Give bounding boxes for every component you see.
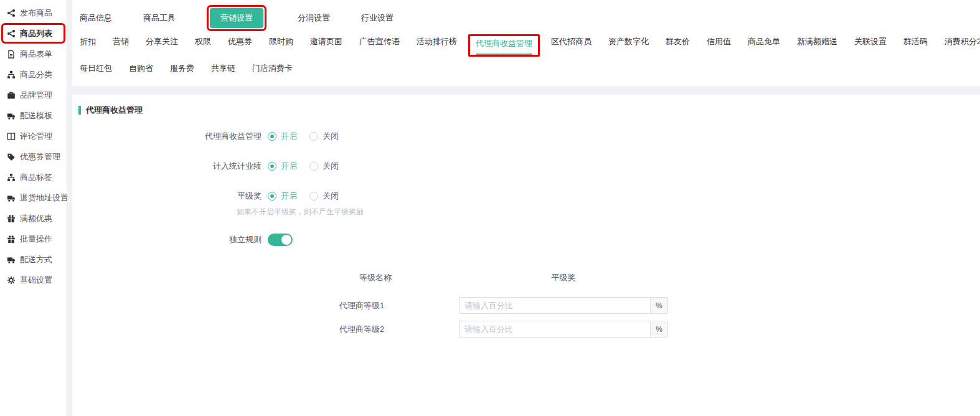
sub-tab[interactable]: 广告宣传语 xyxy=(359,36,400,52)
form-row: 独立规则 xyxy=(78,234,980,246)
primary-tab-bar: 商品信息商品工具营销设置分润设置行业设置 xyxy=(80,7,980,29)
sidebar-item[interactable]: 退货地址设置 xyxy=(0,187,67,208)
radio-option[interactable]: 开启 xyxy=(268,131,297,142)
sub-tab-wrap: 商品免单 xyxy=(748,36,780,52)
sidebar-item[interactable]: 基础设置 xyxy=(0,270,67,290)
sub-tab-wrap: 活动排行榜 xyxy=(417,36,457,52)
sidebar-item[interactable]: 商品列表 xyxy=(1,23,65,44)
column-header-peer-award: 平级奖 xyxy=(459,272,668,283)
primary-tab[interactable]: 分润设置 xyxy=(298,12,330,24)
sub-tab[interactable]: 群友价 xyxy=(666,36,690,52)
sitemap-icon xyxy=(7,70,16,79)
truck-icon xyxy=(7,255,16,264)
sidebar-item-label: 满额优惠 xyxy=(20,213,52,224)
primary-tab-wrap: 营销设置 xyxy=(207,5,266,31)
radio-option[interactable]: 关闭 xyxy=(309,191,339,202)
sub-tab[interactable]: 优惠券 xyxy=(228,36,252,52)
radio-circle-icon xyxy=(268,162,276,171)
gift-icon xyxy=(7,214,16,223)
sidebar-item[interactable]: 品牌管理 xyxy=(0,85,67,105)
sidebar-item[interactable]: 评论管理 xyxy=(0,126,67,146)
sidebar-item-label: 发布商品 xyxy=(20,7,52,19)
sub-tab[interactable]: 分享关注 xyxy=(146,36,178,52)
sub-tab[interactable]: 信用值 xyxy=(707,36,731,52)
sidebar-item[interactable]: 满额优惠 xyxy=(0,208,67,229)
radio-option[interactable]: 关闭 xyxy=(309,161,339,172)
sidebar-item[interactable]: 优惠券管理 xyxy=(0,146,67,167)
radio-option-label: 开启 xyxy=(281,161,297,172)
settings-form: 代理商收益管理开启关闭计入统计业绩开启关闭平级奖开启关闭如果不开启平级奖，则不产… xyxy=(78,131,980,246)
sub-tab[interactable]: 新满额赠送 xyxy=(797,36,837,52)
sub-tab[interactable]: 邀请页面 xyxy=(310,36,342,52)
page-title: 代理商收益管理 xyxy=(86,105,143,116)
percent-suffix: % xyxy=(650,297,668,314)
tabs-card: 商品信息商品工具营销设置分润设置行业设置 折扣营销分享关注权限优惠券限时购邀请页… xyxy=(72,0,980,86)
sidebar-item[interactable]: 配送模板 xyxy=(0,105,67,126)
tertiary-tab-bar: 每日红包自购省服务费共享链门店消费卡 xyxy=(80,63,980,80)
field-label: 独立规则 xyxy=(78,234,268,245)
share-nodes-icon xyxy=(7,9,16,17)
main-area: 商品信息商品工具营销设置分润设置行业设置 折扣营销分享关注权限优惠券限时购邀请页… xyxy=(72,0,980,416)
sitemap-icon xyxy=(7,173,16,182)
sidebar-item-label: 配送模板 xyxy=(20,110,52,121)
primary-tab-wrap: 分润设置 xyxy=(298,12,330,24)
sub-tab-wrap: 资产数字化 xyxy=(608,36,649,52)
grade-name: 代理商等级2 xyxy=(339,324,459,335)
sub-tab-wrap: 分享关注 xyxy=(146,36,178,52)
primary-tab[interactable]: 商品工具 xyxy=(143,12,176,24)
sidebar-item[interactable]: 商品标签 xyxy=(0,167,67,187)
sub-tab[interactable]: 折扣 xyxy=(80,36,96,52)
sidebar-item[interactable]: 配送方式 xyxy=(0,249,67,270)
sub-tab[interactable]: 消费积分2 xyxy=(945,36,980,52)
radio-group: 开启关闭 xyxy=(268,131,339,142)
field-help-text: 如果不开启平级奖，则不产生平级奖励 xyxy=(78,207,980,217)
sidebar-item[interactable]: 发布商品 xyxy=(0,2,67,23)
primary-tab[interactable]: 商品信息 xyxy=(80,12,112,24)
sub-tab[interactable]: 活动排行榜 xyxy=(417,36,457,52)
sidebar-item[interactable]: 商品分类 xyxy=(0,64,67,85)
percentage-input[interactable] xyxy=(459,297,650,314)
sub-tab[interactable]: 权限 xyxy=(195,36,211,52)
sub-tab[interactable]: 区代招商员 xyxy=(551,36,591,52)
sub-tab[interactable]: 营销 xyxy=(113,36,129,52)
sidebar-item-label: 评论管理 xyxy=(20,131,52,142)
sub-tab[interactable]: 关联设置 xyxy=(854,36,887,52)
sub-tab-wrap: 优惠券 xyxy=(228,36,252,52)
sub-tab[interactable]: 限时购 xyxy=(269,36,293,52)
sidebar-item[interactable]: 批量操作 xyxy=(0,229,67,249)
sub-tab[interactable]: 资产数字化 xyxy=(608,36,649,52)
radio-circle-icon xyxy=(309,132,318,141)
sidebar-item[interactable]: 商品表单 xyxy=(0,44,67,64)
sub-tab-wrap: 群友价 xyxy=(666,36,690,52)
field-label: 代理商收益管理 xyxy=(78,131,268,142)
primary-tab[interactable]: 行业设置 xyxy=(361,12,393,24)
sub-tab-wrap: 限时购 xyxy=(269,36,293,52)
grade-table-row: 代理商等级1% xyxy=(339,297,980,314)
radio-option[interactable]: 开启 xyxy=(268,161,297,172)
sub-tab[interactable]: 商品免单 xyxy=(748,36,780,52)
radio-option-label: 关闭 xyxy=(323,131,339,142)
sub-tab-wrap: 邀请页面 xyxy=(310,36,342,52)
radio-option-label: 关闭 xyxy=(323,161,339,172)
sub-tab-wrap: 消费积分2 xyxy=(945,36,980,52)
sub-tab-wrap: 关联设置 xyxy=(854,36,887,52)
sub-tab[interactable]: 代理商收益管理 xyxy=(476,38,532,55)
primary-tab-wrap: 行业设置 xyxy=(361,12,393,24)
percentage-input-group: % xyxy=(459,297,668,314)
primary-tab-wrap: 商品信息 xyxy=(80,12,112,24)
sub-tab[interactable]: 共享链 xyxy=(211,63,235,78)
sub-tab[interactable]: 服务费 xyxy=(170,63,194,78)
percentage-input[interactable] xyxy=(459,321,650,338)
sub-tab[interactable]: 门店消费卡 xyxy=(252,63,293,78)
independent-rule-toggle[interactable] xyxy=(268,234,293,246)
primary-tab[interactable]: 营销设置 xyxy=(210,8,263,28)
percent-suffix: % xyxy=(650,321,668,338)
sub-tab[interactable]: 自购省 xyxy=(129,63,153,78)
content-card: 代理商收益管理 代理商收益管理开启关闭计入统计业绩开启关闭平级奖开启关闭如果不开… xyxy=(72,95,980,416)
radio-option[interactable]: 开启 xyxy=(268,191,297,202)
sub-tab[interactable]: 群活码 xyxy=(903,36,928,52)
sub-tab[interactable]: 每日红包 xyxy=(80,63,112,78)
radio-option[interactable]: 关闭 xyxy=(309,131,339,142)
sub-tab-wrap: 权限 xyxy=(195,36,211,52)
radio-circle-icon xyxy=(268,192,276,201)
